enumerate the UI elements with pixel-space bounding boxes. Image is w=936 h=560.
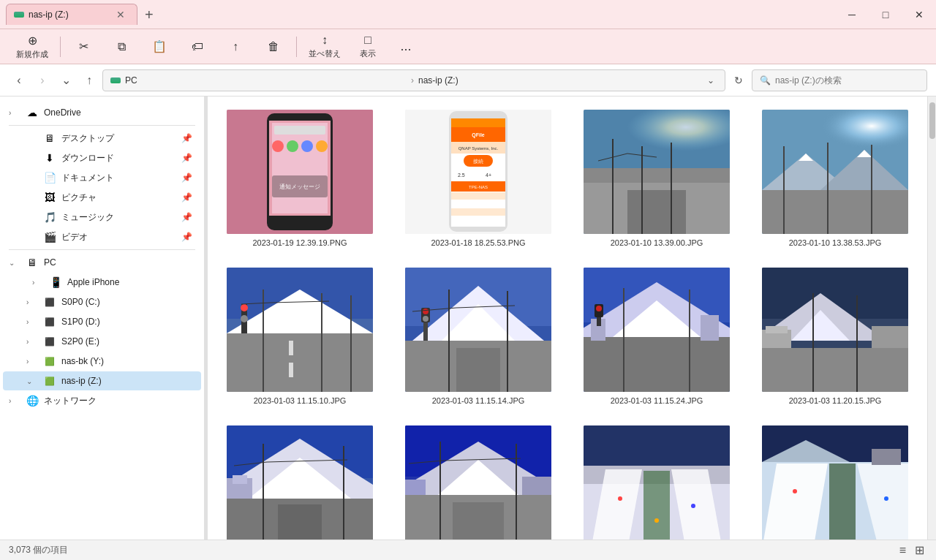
- new-create-button[interactable]: ⊕ 新規作成: [9, 32, 56, 61]
- pin-icon-downloads: 📌: [181, 153, 192, 163]
- grid-view-button[interactable]: ⊞: [912, 542, 927, 559]
- file-item[interactable]: 2023-01-03 11.15.24.JPG: [573, 263, 740, 409]
- sidebar-label-nas-bk: nas-bk (Y:): [61, 356, 192, 366]
- file-name: 2023-01-03 11.15.24.JPG: [611, 396, 703, 405]
- expand-arrow-s0p0: ›: [26, 298, 38, 306]
- tab-close-button[interactable]: ✕: [115, 9, 127, 20]
- file-item[interactable]: 2023-01-03 11.15.10.JPG: [216, 263, 383, 409]
- sidebar-label-iphone: Apple iPhone: [67, 277, 192, 287]
- file-item[interactable]: 2023-01-03 11.20.16.JPG: [216, 421, 383, 540]
- svg-text:4+: 4+: [486, 173, 491, 178]
- minimize-button[interactable]: ─: [835, 0, 869, 29]
- svg-rect-96: [766, 326, 788, 333]
- svg-rect-4: [274, 126, 325, 135]
- sidebar-item-onedrive[interactable]: › ☁ OneDrive: [3, 103, 201, 122]
- up-button[interactable]: ↑: [79, 70, 99, 91]
- s1p0-icon: ⬛: [42, 317, 57, 327]
- more-button[interactable]: ...: [388, 32, 424, 61]
- active-tab[interactable]: nas-ip (Z:) ✕: [6, 4, 137, 25]
- pc-label: PC: [125, 75, 407, 86]
- tab-title: nas-ip (Z:): [29, 10, 110, 20]
- file-item[interactable]: 2023-01-03 11.20.18.JPG: [395, 421, 562, 540]
- sidebar-item-nas-bk[interactable]: › 🟩 nas-bk (Y:): [3, 352, 201, 371]
- svg-rect-106: [233, 475, 247, 484]
- rename-button[interactable]: 🏷: [179, 32, 216, 61]
- file-item[interactable]: 2023-01-10 13.39.00.JPG: [573, 105, 740, 251]
- sidebar-item-nas-ip[interactable]: ⌄ 🟩 nas-ip (Z:): [3, 371, 201, 390]
- sidebar-item-s2p0[interactable]: › ⬛ S2P0 (E:): [3, 332, 201, 351]
- file-item[interactable]: 2022-12-31 11.47.53.JPG: [573, 421, 740, 540]
- sidebar-item-network[interactable]: › 🌐 ネットワーク: [3, 391, 201, 410]
- more-icon: ...: [400, 39, 411, 54]
- svg-rect-141: [829, 463, 856, 540]
- sidebar-item-video[interactable]: 🎬 ビデオ 📌: [3, 227, 201, 246]
- address-bar: ‹ › ⌄ ↑ PC › nas-ip (Z:) ⌄ ↻ 🔍: [0, 64, 936, 97]
- svg-rect-34: [627, 190, 686, 234]
- sidebar-separator-2: [9, 249, 195, 250]
- copy-button[interactable]: ⧉: [103, 32, 140, 61]
- svg-point-73: [423, 309, 429, 314]
- sidebar-item-downloads[interactable]: ⬇ ダウンロード 📌: [3, 148, 201, 167]
- search-icon: 🔍: [760, 75, 771, 86]
- vertical-scrollbar[interactable]: [927, 97, 936, 540]
- file-item[interactable]: QFile QNAP Systems, Inc. 接続 2.5 4+: [395, 105, 562, 251]
- delete-button[interactable]: 🗑: [255, 32, 292, 61]
- sidebar-label-pictures: ピクチャ: [61, 192, 177, 204]
- refresh-button[interactable]: ↻: [728, 70, 749, 91]
- search-input[interactable]: [775, 75, 919, 86]
- view-icon: □: [364, 34, 371, 47]
- toolbar: ⊕ 新規作成 ✂ ⧉ 📋 🏷 ↑ 🗑 ↕ 並べ替え □ 表示 ...: [0, 29, 936, 64]
- svg-rect-142: [872, 449, 901, 465]
- address-input[interactable]: PC › nas-ip (Z:) ⌄: [102, 69, 725, 91]
- file-name: 2023-01-10 13.39.00.JPG: [611, 238, 703, 247]
- sidebar-item-s0p0[interactable]: › ⬛ S0P0 (C:): [3, 292, 201, 311]
- list-view-button[interactable]: ≡: [897, 542, 909, 559]
- maximize-button[interactable]: □: [869, 0, 902, 29]
- sort-label: 並べ替え: [309, 48, 341, 59]
- s0p0-icon: ⬛: [42, 298, 57, 307]
- svg-point-144: [884, 496, 888, 501]
- sidebar-label-desktop: デスクトップ: [61, 132, 177, 145]
- sidebar-item-iphone[interactable]: › 📱 Apple iPhone: [3, 273, 201, 292]
- pin-icon-music: 📌: [181, 212, 192, 222]
- sidebar-item-music[interactable]: 🎵 ミュージック 📌: [3, 208, 201, 227]
- sort-button[interactable]: ↕ 並べ替え: [301, 32, 348, 61]
- new-create-label: 新規作成: [16, 49, 48, 60]
- expand-arrow-onedrive: ›: [9, 109, 20, 117]
- downloads-icon: ⬇: [42, 152, 57, 164]
- file-item[interactable]: 2023-01-10 13.38.53.JPG: [752, 105, 918, 251]
- forward-button[interactable]: ›: [32, 70, 53, 91]
- music-icon: 🎵: [42, 211, 57, 223]
- sidebar-item-desktop[interactable]: 🖥 デスクトップ 📌: [3, 129, 201, 148]
- file-item[interactable]: 2023-01-03 11.20.15.JPG: [752, 263, 918, 409]
- file-thumbnail: [405, 268, 551, 392]
- svg-text:TPE-NAS: TPE-NAS: [469, 185, 488, 189]
- sidebar-item-pictures[interactable]: 🖼 ピクチャ 📌: [3, 188, 201, 207]
- search-box[interactable]: 🔍: [752, 69, 927, 91]
- view-toggle: ≡ ⊞: [897, 542, 927, 559]
- sidebar-item-documents[interactable]: 📄 ドキュメント 📌: [3, 168, 201, 187]
- file-item[interactable]: 通知メッセージ 2023-01-19 12.39.19.PNG: [216, 105, 383, 251]
- svg-point-58: [241, 304, 248, 311]
- video-icon: 🎬: [42, 231, 57, 243]
- recent-button[interactable]: ⌄: [56, 70, 76, 91]
- svg-point-6: [287, 140, 298, 152]
- svg-point-7: [301, 140, 313, 152]
- file-item[interactable]: 2023-01-03 11.15.14.JPG: [395, 263, 562, 409]
- share-button[interactable]: ↑: [217, 32, 254, 61]
- view-button[interactable]: □ 表示: [350, 32, 386, 61]
- expand-arrow-pc: ⌄: [9, 259, 20, 267]
- s2p0-icon: ⬛: [42, 337, 57, 347]
- file-item[interactable]: 2022-12-31 11.47.59.JPG: [752, 421, 918, 540]
- svg-rect-25: [451, 192, 505, 200]
- paste-button[interactable]: 📋: [141, 32, 178, 61]
- svg-text:QFile: QFile: [472, 132, 485, 138]
- sidebar-item-pc[interactable]: ⌄ 🖥 PC: [3, 253, 201, 272]
- close-button[interactable]: ✕: [902, 0, 936, 29]
- new-tab-button[interactable]: +: [137, 0, 161, 29]
- sidebar-item-s1p0[interactable]: › ⬛ S1P0 (D:): [3, 312, 201, 331]
- address-dropdown[interactable]: ⌄: [704, 74, 717, 87]
- back-button[interactable]: ‹: [9, 70, 29, 91]
- file-thumbnail: [584, 425, 730, 540]
- cut-button[interactable]: ✂: [65, 32, 102, 61]
